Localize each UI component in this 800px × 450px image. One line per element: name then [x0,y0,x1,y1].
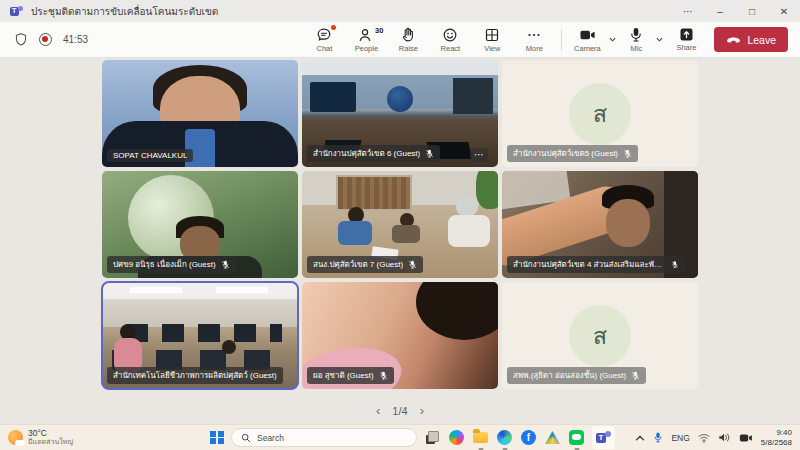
mic-button[interactable]: Mic [619,27,653,53]
edge-browser-icon[interactable] [496,429,513,446]
video-tile-region6[interactable]: สำนักงานปศุสัตว์เขต 6 (Guest) ⋯ [302,60,498,167]
search-icon [241,433,251,443]
video-tile-biotech[interactable]: สำนักเทคโนโลยีชีวภาพการผลิตปศุสัตว์ (Gue… [102,282,298,389]
participant-name-pill: สำนักเทคโนโลยีชีวภาพการผลิตปศุสัตว์ (Gue… [107,367,283,384]
share-button[interactable]: Share [666,27,706,52]
mic-off-icon [425,149,434,158]
participant-name-pill: สำนักงานปศุสัตว์เขต 6 (Guest) [307,145,440,162]
search-box[interactable]: Search [231,428,417,447]
start-button[interactable] [210,431,224,445]
maximize-button[interactable]: □ [736,0,768,22]
teams-taskbar-icon[interactable] [592,426,615,449]
more-button[interactable]: More [513,27,555,53]
camera-button[interactable]: Camera [568,27,606,53]
weather-widget[interactable]: 30°C มีแดดส่วนใหญ่ [0,429,210,447]
meeting-toolbar: 41:53 Chat 30 People Raise React View Mo… [0,22,800,58]
weather-sun-icon [8,430,23,445]
avatar-letter: ส [593,318,607,354]
share-icon [679,27,694,42]
wifi-icon[interactable] [698,433,710,443]
video-tile-region4[interactable]: สำนักงานปศุสัตว์เขต 4 ส่วนส่งเสริมและพัฒ… [502,171,698,278]
file-explorer-icon[interactable] [472,429,489,446]
participant-name-pill: สำนักงานปศุสัตว์เขต5 (Guest) [507,145,638,162]
participant-name: สำนักเทคโนโลยีชีวภาพการผลิตปศุสัตว์ (Gue… [113,369,277,382]
recording-indicator-icon [39,33,52,46]
more-dots-icon [526,27,542,43]
view-button[interactable]: View [471,27,513,53]
volume-icon[interactable] [718,432,731,443]
participant-name: สพพ.(สุธิดา อ่อนสองชั้น) (Guest) [513,369,626,382]
copilot-icon[interactable] [448,429,465,446]
mic-off-icon [623,149,632,158]
line-app-icon[interactable] [568,429,585,446]
video-tile-region7[interactable]: สนง.ปศุสัตว์เขต 7 (Guest) [302,171,498,278]
mic-chevron-icon[interactable] [655,35,664,44]
leave-button[interactable]: Leave [714,27,788,52]
participant-name-pill: ผอ สุชาติ (Guest) [307,367,394,384]
video-tile-sopat[interactable]: SOPAT CHAVALKUL [102,60,298,167]
mic-off-icon [671,260,679,269]
mic-icon [629,27,643,43]
participant-name: ปศข9 อนิรุธ เนื่องเม็ก (Guest) [113,258,216,271]
minimize-button[interactable]: – [704,0,736,22]
mic-off-icon [379,371,388,380]
participant-name: สำนักงานปศุสัตว์เขต 6 (Guest) [313,147,420,160]
search-label: Search [257,433,284,443]
meeting-stage: SOPAT CHAVALKUL สำนักงานปศุสัตว์เขต 6 (G… [0,58,800,424]
participant-name: สำนักงานปศุสัตว์เขต5 (Guest) [513,147,618,160]
people-button[interactable]: 30 People [345,27,387,53]
mic-off-icon [631,371,640,380]
close-button[interactable]: ✕ [768,0,800,22]
mic-in-use-icon[interactable] [653,431,663,444]
video-tile-psk9[interactable]: ปศข9 อนิรุธ เนื่องเม็ก (Guest) [102,171,298,278]
taskbar-time: 9:40 [761,428,792,438]
react-smiley-icon [442,27,458,43]
page-indicator: 1/4 [392,405,407,417]
avatar: ส [569,305,631,367]
tile-more-button[interactable]: ⋯ [470,148,488,162]
people-count-badge: 30 [375,26,383,35]
raise-hand-icon [400,27,416,43]
participant-name-pill: SOPAT CHAVALKUL [107,149,193,162]
raise-hand-button[interactable]: Raise [387,27,429,53]
task-view-button[interactable] [424,429,441,446]
video-tile-spp[interactable]: ส สพพ.(สุธิดา อ่อนสองชั้น) (Guest) [502,282,698,389]
chat-button[interactable]: Chat [303,27,345,53]
google-drive-icon[interactable] [544,429,561,446]
video-tile-suchart[interactable]: ผอ สุชาติ (Guest) [302,282,498,389]
hang-up-icon [726,35,741,44]
participant-name-pill: สพพ.(สุธิดา อ่อนสองชั้น) (Guest) [507,367,646,384]
next-page-button[interactable]: › [420,403,424,418]
leave-label: Leave [747,34,776,46]
taskbar-date: 5/8/2568 [761,438,792,448]
title-bar: ประชุมติดตามการขับเคลื่อนโคนมระดับเขต ⋯ … [0,0,800,22]
camera-in-use-icon[interactable] [739,433,753,443]
teams-logo-icon [10,5,23,18]
participant-name-pill: สนง.ปศุสัตว์เขต 7 (Guest) [307,256,423,273]
windows-taskbar: 30°C มีแดดส่วนใหญ่ Search f ENG 9:40 5/8… [0,424,800,450]
mic-off-icon [408,260,417,269]
hidden-icons-chevron[interactable] [635,434,645,442]
facebook-icon[interactable]: f [520,429,537,446]
view-grid-icon [484,27,500,43]
window-more-button[interactable]: ⋯ [672,0,704,22]
camera-chevron-icon[interactable] [608,35,617,44]
security-shield-icon[interactable] [14,32,28,47]
gallery-pagination: ‹ 1/4 › [0,403,800,418]
chat-icon [316,27,332,43]
participant-name-pill: สำนักงานปศุสัตว์เขต 4 ส่วนส่งเสริมและพัฒ… [507,256,685,273]
weather-temp: 30°C [28,429,73,439]
clock-widget[interactable]: 9:40 5/8/2568 [761,428,792,447]
weather-desc: มีแดดส่วนใหญ่ [28,438,73,446]
language-indicator[interactable]: ENG [671,433,689,443]
participant-name: สำนักงานปศุสัตว์เขต 4 ส่วนส่งเสริมและพัฒ… [513,258,666,271]
meeting-timer: 41:53 [63,34,88,45]
participant-name-pill: ปศข9 อนิรุธ เนื่องเม็ก (Guest) [107,256,236,273]
avatar-letter: ส [593,96,607,132]
video-tile-region5[interactable]: ส สำนักงานปศุสัตว์เขต5 (Guest) [502,60,698,167]
chat-notification-dot [331,25,336,30]
people-icon [358,27,374,43]
prev-page-button[interactable]: ‹ [376,403,380,418]
react-button[interactable]: React [429,27,471,53]
window-title: ประชุมติดตามการขับเคลื่อนโคนมระดับเขต [31,4,218,19]
